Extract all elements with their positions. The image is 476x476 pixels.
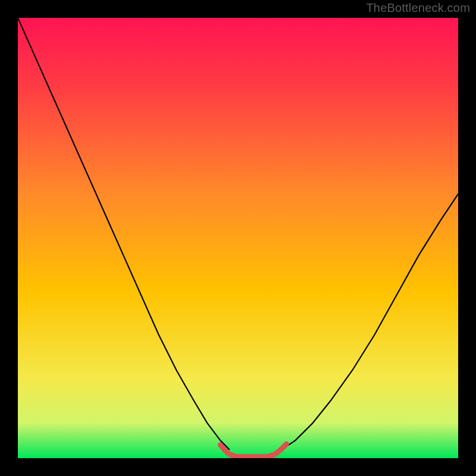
gradient-background [18,18,458,458]
chart-container: TheBottleneck.com [0,0,476,476]
chart-svg [18,18,458,458]
plot-area [18,18,458,458]
watermark-text: TheBottleneck.com [366,1,470,15]
